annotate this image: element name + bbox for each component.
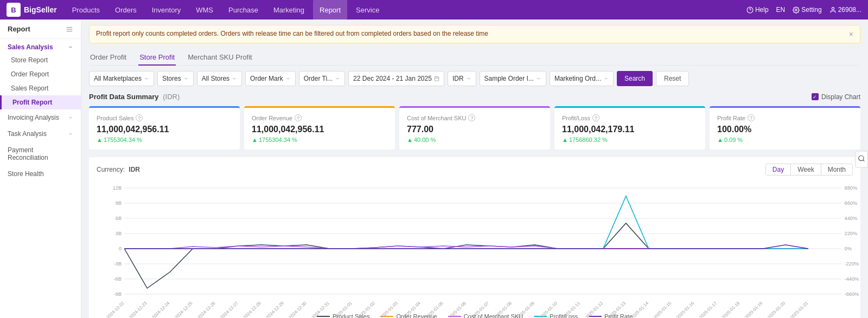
nav-wms[interactable]: WMS [189,0,220,20]
dropdown-icon7 [536,76,541,81]
legend-merchant-sku: Cost of Merchant SKU [448,313,523,318]
nav-setting[interactable]: Setting [793,6,821,14]
card-merchant-sku-cost-value: 777.00 [407,125,542,134]
svg-text:6B: 6B [116,216,122,221]
tab-merchant-sku-profit[interactable]: Merchant SKU Profit [187,50,253,66]
chart-area: 12B 9B 6B 3B 0 -3B -6B -9B 880% 660% 440… [97,180,853,310]
marketplace-filter[interactable]: All Marketplaces [89,71,154,86]
sidebar-item-sales-report[interactable]: Sales Report [0,81,81,95]
sidebar-item-store-report[interactable]: Store Report [0,53,81,67]
order-mark-filter[interactable]: Order Mark [245,71,296,86]
chart-currency: Currency: IDR [97,166,140,173]
card-order-revenue-change: ▲ 1755304.34 % [252,137,387,143]
info-icon-profit-rate[interactable]: ? [748,114,755,121]
legend-line-product-sales [317,316,330,317]
reset-button[interactable]: Reset [656,71,689,86]
info-icon-profit-loss[interactable]: ? [592,114,599,121]
calendar-icon [434,76,439,81]
logo-icon: B [7,3,21,17]
svg-point-66 [859,155,864,160]
banner-close-button[interactable]: × [849,30,853,38]
chevron-down-icon2 [68,131,73,137]
card-merchant-sku-cost-change: ▲ 40.00 % [407,137,542,143]
card-profit-rate-label: Profit Rate ? [717,114,853,121]
nav-inventory[interactable]: Inventory [145,0,187,20]
summary-header: Profit Data Summary (IDR) Display Chart [89,93,860,101]
top-nav: B BigSeller Products Orders Inventory WM… [0,0,868,20]
svg-point-3 [832,7,834,9]
svg-text:0: 0 [119,246,122,251]
tab-store-profit[interactable]: Store Profit [138,50,176,66]
tab-order-profit[interactable]: Order Profit [89,50,127,66]
chart-tab-week[interactable]: Week [791,164,821,175]
order-time-filter[interactable]: Order Ti... [299,71,345,86]
nav-purchase[interactable]: Purchase [222,0,265,20]
info-icon-order-revenue[interactable]: ? [295,114,302,121]
nav-service[interactable]: Service [349,0,386,20]
sidebar-item-profit-report[interactable]: Profit Report [0,95,81,109]
edge-search-button[interactable] [855,151,868,167]
sidebar-store-health[interactable]: Store Health [0,166,81,182]
date-range-filter[interactable]: 22 Dec 2024 - 21 Jan 2025 [348,71,444,86]
dropdown-icon3 [232,76,237,81]
stores-filter[interactable]: Stores [157,71,194,86]
svg-point-2 [795,9,797,10]
filter-row: All Marketplaces Stores All Stores Order… [89,71,860,86]
chevron-down-icon [68,115,73,120]
logo[interactable]: B BigSeller [7,3,57,17]
currency-filter[interactable]: IDR [448,71,476,86]
svg-text:0%: 0% [845,246,852,251]
card-product-sales-change: ▲ 1755304.34 % [97,137,232,143]
nav-help[interactable]: Help [746,6,769,14]
profit-tabs: Order Profit Store Profit Merchant SKU P… [89,50,860,66]
chart-tab-month[interactable]: Month [821,164,852,175]
summary-cards: Product Sales ? 11,000,042,956.11 ▲ 1755… [89,106,860,150]
sidebar: Report Sales Analysis Store Report Order… [0,20,81,318]
chart-header: Currency: IDR Day Week Month [97,164,853,176]
nav-products[interactable]: Products [66,0,106,20]
info-icon-product-sales[interactable]: ? [136,114,143,121]
sidebar-payment-reconciliation[interactable]: Payment Reconciliation [0,142,81,166]
sidebar-invoicing-analysis[interactable]: Invoicing Analysis [0,109,81,126]
dropdown-icon2 [183,76,189,81]
nav-orders[interactable]: Orders [108,0,143,20]
info-icon-merchant-sku[interactable]: ? [468,114,475,121]
nav-report[interactable]: Report [313,0,347,20]
dropdown-icon8 [603,76,609,81]
sample-order-filter[interactable]: Sample Order I... [480,71,546,86]
display-chart-toggle[interactable]: Display Chart [812,93,860,101]
profit-chart-svg: 12B 9B 6B 3B 0 -3B -6B -9B 880% 660% 440… [97,180,853,310]
dropdown-icon [144,76,149,81]
svg-line-67 [863,160,865,161]
info-banner: Profit report only counts completed orde… [89,25,860,43]
display-chart-checkbox[interactable] [812,93,819,100]
chart-container: Currency: IDR Day Week Month [89,157,860,318]
marketing-order-filter[interactable]: Marketing Ord... [550,71,614,86]
nav-right: Help EN Setting 26908... [746,6,861,14]
sidebar-task-analysis[interactable]: Task Analysis [0,126,81,142]
nav-user[interactable]: 26908... [829,6,861,14]
dropdown-icon5 [335,76,340,81]
search-button[interactable]: Search [617,71,653,86]
nav-lang[interactable]: EN [776,6,786,14]
search-icon [858,154,865,162]
sidebar-sales-analysis: Sales Analysis Store Report Order Report… [0,39,81,109]
banner-text: Profit report only counts completed orde… [96,30,488,37]
chevron-up-icon [68,44,73,50]
card-order-revenue-value: 11,000,042,956.11 [252,125,387,134]
sidebar-item-order-report[interactable]: Order Report [0,67,81,81]
svg-text:660%: 660% [845,200,858,206]
sidebar-header: Report [0,20,81,39]
sidebar-collapse-icon[interactable] [66,25,73,33]
svg-text:3B: 3B [116,231,122,236]
svg-text:9B: 9B [116,200,122,206]
card-profit-rate: Profit Rate ? 100.00% ▲ 0.09 % [710,106,860,150]
sidebar-section-title-sales[interactable]: Sales Analysis [0,39,81,53]
main-content: Profit report only counts completed orde… [81,20,868,318]
all-stores-filter[interactable]: All Stores [197,71,242,86]
chart-tab-day[interactable]: Day [766,164,791,175]
nav-marketing[interactable]: Marketing [267,0,311,20]
card-merchant-sku-cost: Cost of Merchant SKU ? 777.00 ▲ 40.00 % [399,106,550,150]
svg-text:-220%: -220% [845,261,859,267]
svg-text:-660%: -660% [845,291,859,297]
